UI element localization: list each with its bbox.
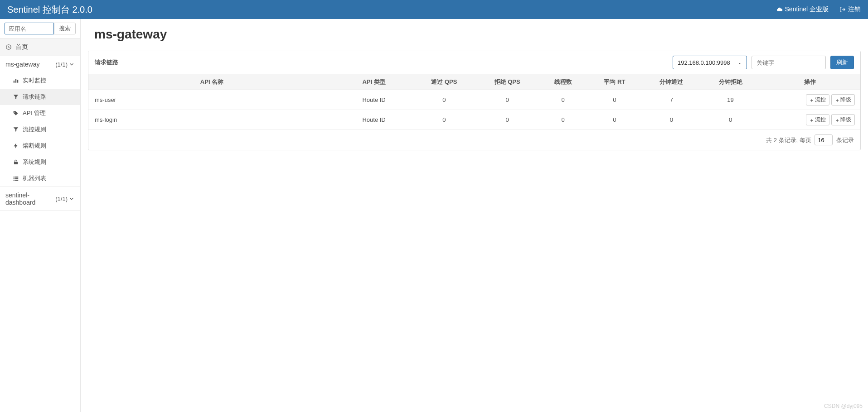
flow-button[interactable]: 流控 [806, 94, 829, 105]
svg-rect-2 [15, 79, 16, 83]
nav-app-name: sentinel-dashboard [5, 192, 55, 206]
degrade-button[interactable]: 降级 [831, 114, 855, 125]
sidebar-item-machines[interactable]: 机器列表 [0, 170, 80, 187]
lock-icon [13, 159, 19, 165]
plus-icon [810, 98, 814, 102]
cell-name: ms-user [88, 90, 335, 110]
table-header-row: API 名称 API 类型 通过 QPS 拒绝 QPS 线程数 平均 RT 分钟… [88, 74, 860, 90]
caret-down-icon [737, 60, 742, 65]
page-title: ms-gateway [88, 27, 861, 42]
flow-button[interactable]: 流控 [806, 114, 829, 125]
header-right: Sentinel 企业版 注销 [776, 5, 861, 14]
bolt-icon [13, 143, 19, 149]
cell-pass-qps: 0 [412, 110, 475, 130]
sidebar-item-realtime[interactable]: 实时监控 [0, 72, 80, 89]
sidebar-item-flow[interactable]: 流控规则 [0, 121, 80, 138]
cell-type: Route ID [335, 90, 412, 110]
machine-select[interactable]: 192.168.0.100:9998 [673, 56, 747, 69]
tag-icon [13, 110, 19, 116]
col-api-type: API 类型 [335, 74, 412, 90]
header: Sentinel 控制台 2.0.0 Sentinel 企业版 注销 [0, 0, 868, 19]
chevron-down-icon [68, 61, 75, 67]
cell-type: Route ID [335, 110, 412, 130]
svg-rect-8 [14, 178, 15, 179]
nav-home-label: 首页 [15, 43, 28, 51]
sidebar-item-request-link[interactable]: 请求链路 [0, 89, 80, 105]
svg-rect-5 [14, 162, 18, 164]
plus-icon [810, 118, 814, 122]
col-actions: 操作 [760, 74, 860, 90]
nav-home[interactable]: 首页 [0, 38, 80, 56]
main-content: ms-gateway 请求链路 192.168.0.100:9998 刷新 AP… [81, 19, 868, 412]
cell-min-pass: 0 [642, 110, 701, 130]
filter-icon [13, 126, 19, 133]
col-min-pass: 分钟通过 [642, 74, 701, 90]
keyword-input[interactable] [752, 56, 826, 69]
nav-app-dashboard[interactable]: sentinel-dashboard (1/1) [0, 187, 80, 211]
cell-threads: 0 [539, 90, 587, 110]
cell-reject-qps: 0 [476, 90, 539, 110]
page-size-input[interactable] [815, 134, 833, 145]
list-icon [13, 175, 19, 182]
cell-name: ms-login [88, 110, 335, 130]
chevron-down-icon [68, 196, 75, 202]
col-api-name: API 名称 [88, 74, 335, 90]
cell-actions: 流控降级 [760, 110, 860, 130]
sidebar-item-label: 机器列表 [23, 174, 46, 182]
cell-rt: 0 [587, 110, 642, 130]
cell-reject-qps: 0 [476, 110, 539, 130]
footer-prefix: 共 2 条记录, 每页 [766, 137, 811, 144]
brand-title: Sentinel 控制台 2.0.0 [7, 4, 92, 16]
sidebar-item-label: 实时监控 [23, 77, 46, 85]
request-table: API 名称 API 类型 通过 QPS 拒绝 QPS 线程数 平均 RT 分钟… [88, 74, 860, 130]
svg-rect-1 [14, 81, 15, 83]
logout-label: 注销 [848, 5, 861, 14]
degrade-button[interactable]: 降级 [831, 94, 855, 105]
sidebar-item-label: 请求链路 [23, 93, 46, 101]
cloud-icon [776, 6, 783, 13]
watermark: CSDN @dyj095 [824, 403, 863, 409]
machine-selected-value: 192.168.0.100:9998 [678, 59, 730, 66]
svg-point-4 [14, 112, 15, 113]
col-rt: 平均 RT [587, 74, 642, 90]
dashboard-icon [5, 44, 12, 50]
sidebar: 搜索 首页 ms-gateway (1/1) 实时监控 请求链路 API 管理 [0, 19, 81, 412]
search-row: 搜索 [0, 19, 80, 38]
col-threads: 线程数 [539, 74, 587, 90]
card-title: 请求链路 [95, 58, 118, 67]
nav-app-msgateway[interactable]: ms-gateway (1/1) [0, 56, 80, 72]
col-min-reject: 分钟拒绝 [701, 74, 760, 90]
chart-bar-icon [13, 77, 19, 84]
enterprise-link[interactable]: Sentinel 企业版 [776, 5, 829, 14]
svg-rect-6 [14, 177, 15, 177]
table-row: ms-loginRoute ID000000流控降级 [88, 110, 860, 130]
cell-actions: 流控降级 [760, 90, 860, 110]
svg-rect-10 [14, 180, 15, 181]
logout-link[interactable]: 注销 [839, 5, 861, 14]
svg-rect-11 [15, 180, 18, 181]
cell-min-reject: 0 [701, 110, 760, 130]
plus-icon [835, 98, 839, 102]
col-reject-qps: 拒绝 QPS [476, 74, 539, 90]
refresh-button[interactable]: 刷新 [830, 56, 854, 69]
sidebar-item-degrade[interactable]: 熔断规则 [0, 138, 80, 154]
pagination-footer: 共 2 条记录, 每页 条记录 [88, 130, 860, 150]
nav-app-count: (1/1) [55, 196, 68, 202]
footer-suffix: 条记录 [836, 137, 854, 144]
app-search-input[interactable] [5, 23, 54, 34]
table-row: ms-userRoute ID0000719流控降级 [88, 90, 860, 110]
svg-rect-7 [15, 177, 18, 177]
sidebar-item-label: API 管理 [23, 109, 46, 117]
col-pass-qps: 通过 QPS [412, 74, 475, 90]
search-button[interactable]: 搜索 [54, 23, 76, 34]
logout-icon [839, 6, 846, 13]
cell-rt: 0 [587, 90, 642, 110]
svg-rect-3 [17, 80, 18, 82]
sidebar-item-label: 熔断规则 [23, 142, 46, 150]
cell-min-pass: 7 [642, 90, 701, 110]
sidebar-item-label: 流控规则 [23, 125, 46, 134]
sidebar-item-label: 系统规则 [23, 158, 46, 166]
request-link-card: 请求链路 192.168.0.100:9998 刷新 API 名称 API 类型… [88, 51, 861, 150]
sidebar-item-api[interactable]: API 管理 [0, 105, 80, 121]
sidebar-item-system[interactable]: 系统规则 [0, 154, 80, 170]
